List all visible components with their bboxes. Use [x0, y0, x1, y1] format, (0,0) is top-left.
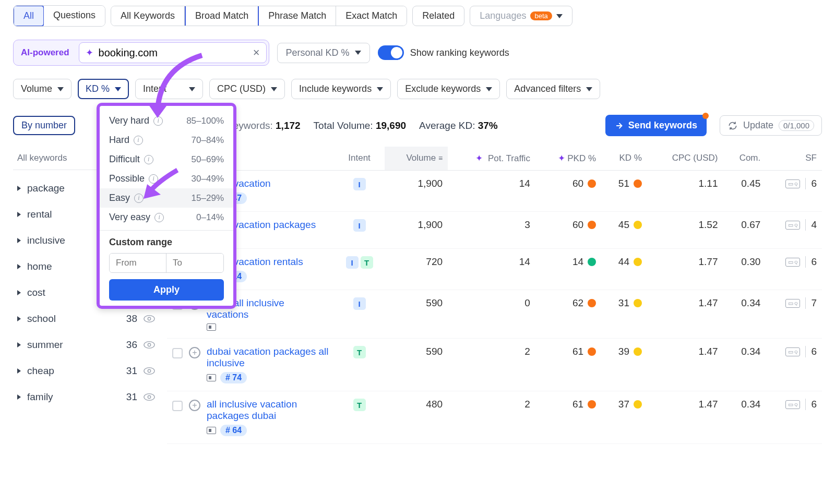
volume-cell: 590: [385, 290, 448, 339]
sidebar-item-summer[interactable]: summer 36: [13, 332, 159, 358]
filter-intent[interactable]: Intent: [135, 79, 203, 99]
cpc-cell: 1.47: [647, 290, 723, 339]
chevron-right-icon: [17, 290, 21, 295]
kd-option-hard[interactable]: Hard i70–84%: [100, 130, 233, 150]
add-keyword-icon[interactable]: +: [189, 347, 200, 358]
tab-questions[interactable]: Questions: [44, 6, 105, 26]
col-kd[interactable]: KD %: [601, 147, 647, 171]
stat-avg-kd: Average KD: 37%: [419, 120, 498, 131]
rank-badge: # 64: [220, 425, 247, 436]
intent-cell: T: [339, 399, 379, 411]
kd-option-difficult[interactable]: Difficult i50–69%: [100, 150, 233, 169]
sf-cell: ▭Q4: [771, 219, 817, 231]
info-icon: i: [144, 155, 153, 164]
chevron-down-icon: [355, 51, 361, 55]
difficulty-dot-icon: [634, 179, 642, 188]
pkd-cell: 61: [572, 346, 596, 357]
refresh-icon: [727, 121, 738, 131]
sidebar-item-cheap[interactable]: cheap 31: [13, 358, 159, 384]
update-button[interactable]: Update 0/1,000: [720, 115, 822, 136]
pkd-cell: 62: [572, 297, 596, 309]
kd-cell: 39: [618, 346, 642, 357]
filter-exclude[interactable]: Exclude keywords: [397, 79, 500, 99]
difficulty-dot-icon: [634, 258, 642, 266]
tab-all-keywords[interactable]: All Keywords: [111, 6, 185, 26]
serp-features-icon[interactable]: ▭Q: [785, 347, 800, 356]
info-icon: i: [154, 213, 164, 222]
serp-icon[interactable]: [207, 427, 216, 434]
intent-badge-I: I: [346, 256, 359, 269]
tab-all[interactable]: All: [13, 5, 44, 27]
apply-button[interactable]: Apply: [109, 279, 224, 301]
tab-related[interactable]: Related: [412, 6, 464, 26]
chevron-right-icon: [17, 316, 21, 321]
personal-kd-filter[interactable]: Personal KD %: [277, 43, 370, 63]
difficulty-dot-icon: [588, 400, 596, 409]
col-cpc[interactable]: CPC (USD): [647, 147, 723, 171]
add-keyword-icon[interactable]: +: [189, 400, 200, 411]
col-com[interactable]: Com.: [723, 147, 766, 171]
kd-option-very-easy[interactable]: Very easy i0–14%: [100, 208, 233, 227]
serp-features-icon[interactable]: ▭Q: [785, 258, 800, 267]
tab-exact-match[interactable]: Exact Match: [336, 6, 407, 26]
intent-cell: T: [339, 346, 379, 358]
sidebar-item-label: family: [27, 391, 120, 403]
filter-volume[interactable]: Volume: [13, 79, 71, 99]
send-keywords-button[interactable]: Send keywords: [605, 115, 707, 136]
filter-cpc[interactable]: CPC (USD): [209, 79, 285, 99]
col-sf[interactable]: SF: [766, 147, 822, 171]
sparkle-icon: ✦: [558, 153, 565, 163]
tab-broad-match[interactable]: Broad Match: [185, 6, 259, 26]
range-to-input[interactable]: [166, 254, 223, 272]
difficulty-dot-icon: [634, 400, 642, 409]
col-pkd[interactable]: ✦ PKD %: [535, 147, 601, 171]
row-checkbox[interactable]: [172, 348, 183, 358]
intent-cell: I: [339, 219, 379, 232]
sidebar-item-label: cheap: [27, 365, 120, 377]
filter-include[interactable]: Include keywords: [291, 79, 391, 99]
col-volume[interactable]: Volume ≡: [385, 147, 448, 171]
row-checkbox[interactable]: [172, 401, 183, 411]
serp-features-icon[interactable]: ▭Q: [785, 221, 800, 230]
sidebar-item-family[interactable]: family 31: [13, 384, 159, 410]
ai-domain-input[interactable]: [99, 47, 248, 59]
cpc-cell: 1.77: [647, 249, 723, 290]
intent-badge-I: I: [353, 297, 366, 310]
languages-label: Languages: [480, 10, 526, 21]
by-number-toggle[interactable]: By number: [13, 116, 75, 135]
info-icon: i: [149, 174, 158, 184]
sparkle-icon: ✦: [475, 153, 483, 163]
pkd-cell: 60: [572, 178, 596, 189]
kd-option-very-hard[interactable]: Very hard i85–100%: [100, 111, 233, 130]
sidebar-item-school[interactable]: school 38: [13, 306, 159, 332]
serp-features-icon[interactable]: ▭Q: [785, 179, 800, 188]
chevron-right-icon: [17, 238, 21, 243]
com-cell: 0.30: [723, 249, 766, 290]
cpc-cell: 1.47: [647, 391, 723, 444]
serp-features-icon[interactable]: ▭Q: [785, 400, 800, 409]
keyword-link[interactable]: all inclusive vacation packages dubai: [207, 399, 329, 422]
filter-kd[interactable]: KD %: [78, 79, 129, 99]
serp-icon[interactable]: [207, 374, 216, 381]
tab-phrase-match[interactable]: Phrase Match: [259, 6, 336, 26]
tab-languages[interactable]: Languages beta: [470, 6, 572, 26]
range-from-input[interactable]: [110, 254, 166, 272]
kd-option-possible[interactable]: Possible i30–49%: [100, 169, 233, 188]
clear-input-icon[interactable]: ×: [253, 46, 260, 59]
table-row: + dubai vacation rentals # 14 IT 720 14 …: [167, 249, 822, 290]
svg-point-14: [144, 368, 154, 375]
volume-cell: 590: [385, 339, 448, 391]
chevron-right-icon: [17, 186, 21, 191]
serp-icon[interactable]: [207, 323, 216, 331]
filter-advanced[interactable]: Advanced filters: [506, 79, 600, 99]
col-pot-traffic[interactable]: ✦ Pot. Traffic: [448, 147, 535, 171]
intent-badge-T: T: [353, 346, 366, 358]
sidebar-item-label: summer: [27, 339, 120, 351]
col-intent[interactable]: Intent: [334, 147, 385, 171]
keyword-link[interactable]: dubai vacation packages all inclusive: [207, 346, 329, 369]
info-icon: i: [153, 116, 163, 126]
serp-features-icon[interactable]: ▭Q: [785, 299, 800, 308]
sidebar-item-count: 31: [126, 365, 137, 377]
show-ranking-toggle[interactable]: [378, 45, 404, 60]
kd-option-easy[interactable]: Easy i15–29%: [100, 188, 233, 208]
